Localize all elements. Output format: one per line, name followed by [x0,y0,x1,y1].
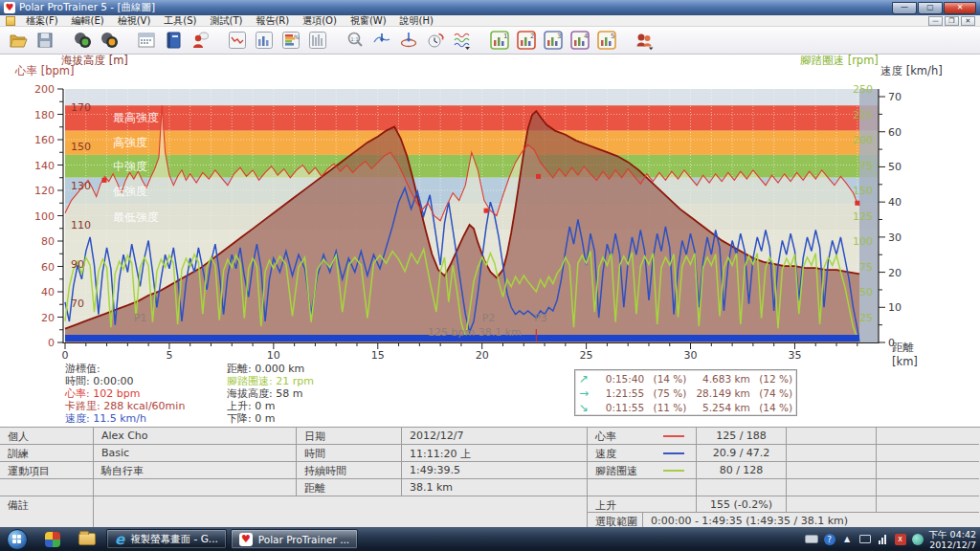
svg-text:125 bpm 38.1 km: 125 bpm 38.1 km [428,326,522,339]
svg-text:1:1: 1:1 [351,36,359,42]
chart-view-3-button[interactable]: 3 [542,28,567,53]
taskbar-button-polar[interactable]: ♥ Polar ProTrainer ... [231,529,358,549]
app-heart-icon: ♥ [4,2,15,13]
chart-view-5-button[interactable]: 5 [595,28,620,53]
table-label-person: 個人 [0,428,94,445]
taskbar-button-browser[interactable]: e 複製螢幕畫面 - G... [106,529,227,549]
ascent-descent-summary-box: ↗0:15:40(14 %)4.683 km(12 %)→1:21:55(75 … [574,369,797,416]
maximize-button[interactable]: ▢ [918,2,943,14]
bar-chart-view-button[interactable] [253,28,278,53]
exercise-info-table: 個人 Alex Cho 日期 2012/12/7 心率 125 / 188 訓練… [0,427,980,529]
svg-text:200: 200 [34,83,55,96]
svg-text:225: 225 [853,109,873,121]
menu-item-window[interactable]: 視窗(W) [344,14,393,28]
select-curve-range-button[interactable] [370,28,395,53]
table-value-cadence: 80 / 128 [697,462,787,479]
svg-text:100: 100 [34,210,55,223]
child-window-icon[interactable] [6,16,15,26]
training-diary-button[interactable] [162,28,187,53]
relaxation-rate-button[interactable] [397,28,422,53]
svg-text:最高強度: 最高強度 [113,111,159,124]
zone-percent-view-button[interactable]: % [279,28,304,53]
menu-item-tools[interactable]: 工具(S) [157,14,203,28]
menu-item-report[interactable]: 報告(R) [249,14,296,28]
transfer-settings-button[interactable] [98,28,122,53]
table-value-sport: 騎自行車 [94,462,297,479]
summary-row: →1:21:55(75 %)28.149 km(74 %) [579,386,792,400]
svg-text:%: % [294,33,300,40]
taskbar-clock[interactable]: 下午 04:42 2012/12/7 [929,529,980,550]
svg-text:75: 75 [859,261,873,274]
table-empty-cell [0,479,94,496]
table-empty-cell [877,479,979,496]
table-empty-cell [877,445,979,462]
cursor-value-line: 下降: 0 m [227,412,314,425]
summary-row: ↗0:15:40(14 %)4.683 km(12 %) [579,371,792,386]
up-tray-icon[interactable]: ▲ [841,533,854,545]
time-distance-axis-button[interactable] [424,28,449,53]
signal-tray-icon[interactable] [877,535,889,544]
chart-view-2-button[interactable]: 2 [515,28,540,53]
svg-text:50: 50 [859,286,873,298]
select-person-button[interactable] [633,28,657,53]
svg-text:0: 0 [62,349,69,362]
cursor-value-line: 心率: 102 bpm [65,387,185,400]
chart-view-4-button[interactable]: 4 [568,28,593,53]
menu-item-help[interactable]: 說明(H) [393,14,440,28]
table-label-cadence: 腳踏圈速 [588,462,697,479]
svg-text:0: 0 [48,337,55,349]
table-empty-cell [877,428,979,445]
chart-view-1-button[interactable]: 1 [488,28,513,53]
speed-axis-title: 速度 [km/h] [880,64,943,78]
altitude-axis-title: 海拔高度 [m] [61,54,128,68]
explorer-icon[interactable] [77,529,98,550]
svg-text:130: 130 [71,180,91,192]
table-label-distance: 距離 [297,479,402,496]
svg-text:120: 120 [34,185,55,197]
pinned-app-icon[interactable] [42,529,63,550]
menu-item-test[interactable]: 測試(T) [204,14,250,28]
table-label-heart-rate: 心率 [588,428,697,445]
close-button[interactable]: ✕ [944,2,976,14]
child-close-button[interactable]: ✕ [961,16,975,26]
select-curves-button[interactable] [451,28,476,53]
table-label-duration: 持續時間 [297,462,402,479]
save-button[interactable] [33,28,58,53]
system-tray: ?▲x [805,533,929,545]
menu-item-view[interactable]: 檢視(V) [111,14,158,28]
menu-item-file[interactable]: 檔案(F) [19,14,65,28]
svg-text:40: 40 [888,196,902,209]
table-label-time: 時間 [297,445,402,462]
distance-axis-title: 距離 [km] [892,341,918,368]
calendar-view-button[interactable] [135,28,160,53]
svg-text:30: 30 [684,349,698,362]
trend-arrow-icon: → [579,386,595,400]
minimize-button[interactable]: — [892,2,917,14]
menu-item-options[interactable]: 選項(O) [296,14,344,28]
table-empty-cell [787,445,877,462]
network-tray-icon[interactable] [912,534,924,545]
keyboard-tray-icon[interactable] [805,535,818,543]
cursor-values-column-2: 距離: 0.000 km腳踏圈速: 21 rpm海拔高度: 58 m上升: 0 … [227,363,314,425]
child-restore-button[interactable]: ❐ [945,16,959,26]
svg-text:P3: P3 [534,312,547,324]
polar-heart-icon: ♥ [239,533,253,546]
help-tray-icon[interactable]: ? [824,534,835,545]
distribution-view-button[interactable] [306,28,331,53]
table-value-note[interactable] [94,496,588,529]
transfer-from-monitor-button[interactable] [71,28,96,53]
menu-item-edit[interactable]: 編輯(E) [65,14,111,28]
zoom-1-1-button[interactable]: 1:1 [344,28,368,53]
svg-text:60: 60 [888,126,902,139]
curve-view-button[interactable] [226,28,251,53]
display-tray-icon[interactable] [859,535,871,543]
svg-text:25: 25 [859,312,873,324]
start-button[interactable] [7,529,28,550]
mute-tray-icon[interactable]: x [895,534,906,545]
hr-legend-line [663,435,684,437]
person-comment-button[interactable] [189,28,213,53]
open-file-button[interactable] [7,28,32,53]
svg-text:80: 80 [41,235,55,248]
child-minimize-button[interactable]: — [928,16,943,26]
cursor-value-line: 腳踏圈速: 21 rpm [227,375,314,387]
